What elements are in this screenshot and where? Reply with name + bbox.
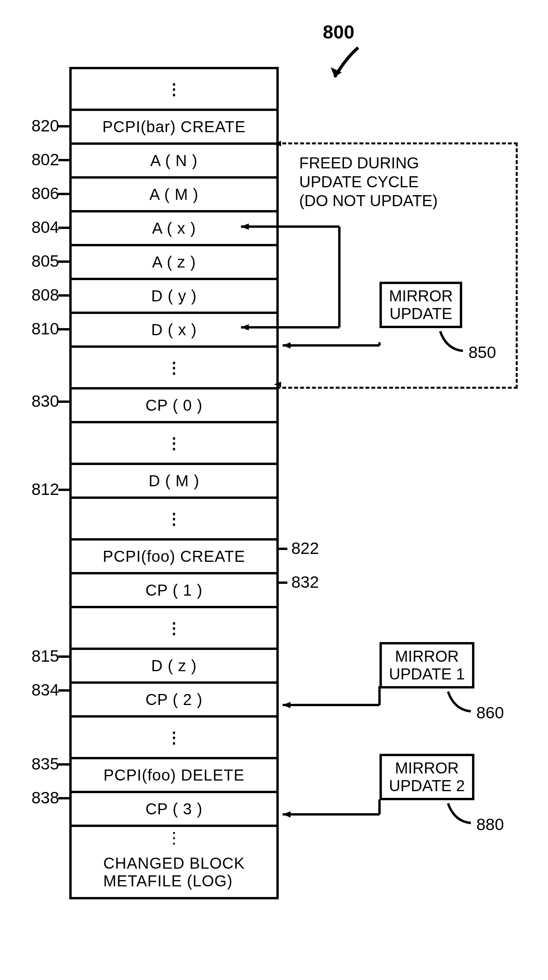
row-a-n: A ( N ) <box>72 145 276 179</box>
tick <box>58 400 69 403</box>
table-title-row: ⋮ CHANGED BLOCKMETAFILE (LOG) <box>72 827 276 899</box>
ref-806: 806 <box>16 184 59 203</box>
tick <box>58 159 69 161</box>
mirror-update-1-box: MIRRORUPDATE 1 <box>380 642 474 688</box>
ref-832: 832 <box>291 573 319 592</box>
row-pcpi-foo-create: PCPI(foo) CREATE <box>72 541 276 574</box>
ref-810: 810 <box>16 319 59 338</box>
annotation-text: FREED DURINGUPDATE CYCLE(DO NOT UPDATE) <box>299 153 438 210</box>
leader-880 <box>447 803 475 830</box>
ref-808: 808 <box>16 286 59 305</box>
tick <box>58 294 69 297</box>
tick <box>58 328 69 330</box>
svg-marker-7 <box>241 324 249 330</box>
tick <box>58 193 69 195</box>
svg-marker-2 <box>274 382 281 387</box>
tick <box>58 489 69 491</box>
row-a-m: A ( M ) <box>72 179 276 212</box>
ref-820: 820 <box>16 116 59 135</box>
row-cp-3: CP ( 3 ) <box>72 793 276 827</box>
ref-822: 822 <box>291 539 319 558</box>
ref-830: 830 <box>16 392 59 411</box>
mirror-update-2-box: MIRRORUPDATE 2 <box>380 754 474 800</box>
tick <box>58 227 69 229</box>
tick <box>276 581 287 584</box>
row-cp-2: CP ( 2 ) <box>72 684 276 718</box>
ref-815: 815 <box>16 647 59 666</box>
tick <box>276 548 287 550</box>
ellipsis-row: ⋮ <box>72 499 276 541</box>
ref-880: 880 <box>476 815 504 834</box>
tick <box>58 797 69 799</box>
ref-860: 860 <box>476 703 504 722</box>
row-d-z: D ( z ) <box>72 650 276 684</box>
tick <box>58 763 69 766</box>
svg-marker-1 <box>274 141 281 146</box>
ellipsis-row: ⋮ <box>72 608 276 650</box>
ref-834: 834 <box>16 681 59 699</box>
row-d-m: D ( M ) <box>72 465 276 499</box>
mirror-update-2-arrow <box>276 811 382 819</box>
table-title: CHANGED BLOCKMETAFILE (LOG) <box>103 855 245 890</box>
leader-860 <box>447 691 475 718</box>
ref-812: 812 <box>16 480 59 499</box>
tick <box>58 655 69 658</box>
svg-marker-15 <box>283 811 291 818</box>
ax-dx-link-icon <box>233 223 343 333</box>
metafile-table: ⋮ PCPI(bar) CREATE A ( N ) A ( M ) A ( x… <box>69 67 279 899</box>
mirror-update-1-arrow <box>276 702 382 710</box>
ellipsis-row: ⋮ <box>72 718 276 759</box>
ellipsis-row: ⋮ <box>72 423 276 465</box>
ellipsis-row: ⋮ <box>72 348 276 389</box>
dashed-bottom-arrowhead <box>274 382 282 387</box>
row-cp-0: CP ( 0 ) <box>72 389 276 423</box>
row-pcpi-foo-delete: PCPI(foo) DELETE <box>72 759 276 793</box>
ref-802: 802 <box>16 150 59 169</box>
figure-number: 800 <box>323 21 354 43</box>
tick <box>58 125 69 127</box>
row-pcpi-bar-create: PCPI(bar) CREATE <box>72 111 276 145</box>
tick <box>58 260 69 263</box>
row-cp-1: CP ( 1 ) <box>72 574 276 608</box>
ellipsis-row: ⋮ <box>72 69 276 111</box>
ref-804: 804 <box>16 218 59 237</box>
svg-marker-4 <box>241 223 249 230</box>
dashed-top-arrowhead <box>274 141 282 146</box>
figure-arrow-icon <box>323 46 370 93</box>
svg-marker-12 <box>283 702 291 708</box>
ref-850: 850 <box>468 343 496 362</box>
ref-805: 805 <box>16 252 59 271</box>
svg-marker-10 <box>283 342 291 349</box>
mirror-update-box: MIRRORUPDATE <box>380 282 462 328</box>
ref-835: 835 <box>16 755 59 773</box>
ref-838: 838 <box>16 788 59 807</box>
mirror-update-arrow <box>276 342 382 366</box>
leader-850 <box>439 330 467 358</box>
tick <box>58 689 69 692</box>
diagram-canvas: 800 ⋮ PCPI(bar) CREATE A ( N ) A ( M ) A… <box>16 16 532 964</box>
